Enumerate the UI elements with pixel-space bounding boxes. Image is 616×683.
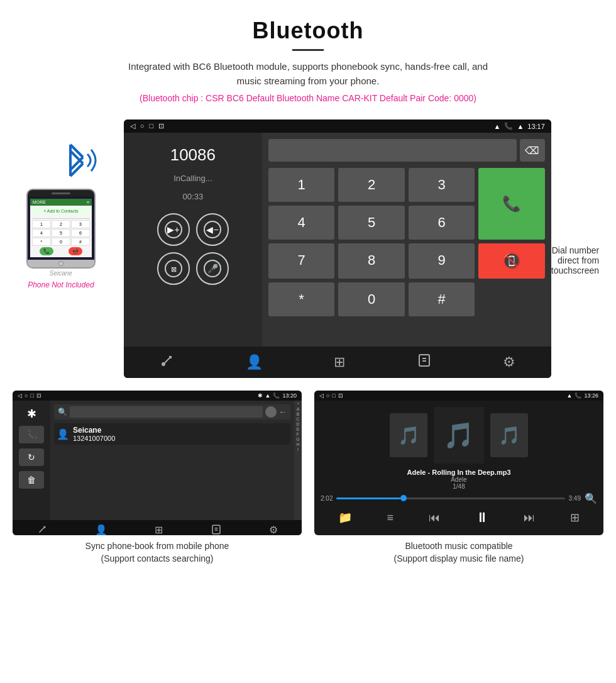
key-3[interactable]: 3 [409, 168, 475, 202]
svg-text:◀−: ◀− [206, 225, 218, 235]
volume-up-button[interactable]: ▶+ [157, 213, 190, 246]
key-5[interactable]: 5 [338, 206, 405, 240]
phone-action-row: 📞 📵 [32, 247, 90, 255]
pb-bluetooth-icon: ✱ [27, 407, 36, 421]
dialer-left: 10086 InCalling... 00:33 ▶+ ◀− [124, 133, 262, 347]
mute-button[interactable]: 🎤 [196, 252, 229, 285]
svg-line-0 [70, 145, 83, 157]
pb-content: ✱ 📞 ↻ 🗑 🔍 ← 👤 Seicane [13, 401, 302, 520]
equalizer-icon[interactable]: ⊞ [570, 511, 580, 525]
progress-bar [336, 497, 564, 499]
phone-screen-top [28, 190, 94, 196]
pb-contact-item: 👤 Seicane 13241007000 [54, 423, 290, 445]
contacts-icon[interactable]: 👤 [246, 354, 263, 370]
play-icon[interactable]: ⏸ [475, 509, 489, 526]
phone-menu-icon: ≡ [87, 200, 89, 204]
music-status-left: ◁ ○ □ ⊡ [319, 392, 343, 399]
music-location-icon: ▲ [567, 392, 573, 399]
back-icon: ◁ [130, 122, 135, 130]
call-controls: ▶+ ◀− ⊠ [157, 213, 229, 285]
pb-bt-icon: ✱ [258, 392, 263, 399]
call-transfer-icon[interactable] [160, 353, 175, 372]
pb-bottom-keypad-icon[interactable]: ⊞ [155, 524, 163, 535]
bluetooth-specs: (Bluetooth chip : CSR BC6 Default Blueto… [13, 93, 603, 103]
call-log-icon[interactable] [417, 353, 432, 372]
pb-delete-sidebar-button[interactable]: 🗑 [19, 471, 44, 489]
pb-back-arrow-icon: ← [279, 408, 287, 416]
pb-bottom-contacts-icon[interactable]: 👤 [95, 524, 107, 535]
phone-key-4: 4 [32, 229, 51, 237]
pb-download-icon: ⊡ [36, 392, 41, 399]
key-1[interactable]: 1 [268, 168, 335, 202]
phone-key-2: 2 [52, 220, 70, 228]
music-download-icon: ⊡ [338, 392, 343, 399]
phone-dialer: + Add to Contacts 1 2 3 4 5 6 * 0 # [30, 206, 92, 257]
bottom-panel-phonebook: ◁ ○ □ ⊡ ✱ ▲ 📞 13:20 ✱ 📞 ↻ 🗑 [13, 391, 302, 565]
top-section: MORE ≡ + Add to Contacts 1 2 3 4 5 6 * 0 [0, 119, 616, 384]
bluetooth-signal-icon [48, 155, 99, 189]
key-9[interactable]: 9 [409, 243, 475, 279]
music-back-icon: ◁ [319, 392, 324, 399]
pb-caption: Sync phone-book from mobile phone (Suppo… [13, 540, 302, 565]
svg-text:▶+: ▶+ [167, 225, 179, 235]
playlist-icon[interactable]: ≡ [387, 511, 394, 525]
pb-bottom-settings-icon[interactable]: ⚙ [269, 524, 278, 535]
phone-number-display [32, 216, 90, 219]
number-input-field[interactable] [268, 139, 517, 162]
page-description: Integrated with BC6 Bluetooth module, su… [119, 60, 497, 88]
music-call-icon: 📞 [575, 392, 581, 399]
pb-caption-line1: Sync phone-book from mobile phone [13, 540, 302, 553]
pb-bottom-call-icon[interactable] [36, 524, 48, 535]
end-call-button[interactable]: 📵 [478, 243, 545, 279]
pb-call-sidebar-button[interactable]: 📞 [19, 426, 44, 443]
music-screen: ◁ ○ □ ⊡ ▲ 📞 13:26 🎵 🎵 [314, 391, 603, 535]
next-icon[interactable]: ⏭ [524, 511, 535, 525]
pb-alpha-f: F [297, 432, 299, 436]
phone-key-5: 5 [52, 229, 70, 237]
key-star[interactable]: * [268, 282, 335, 316]
key-hash[interactable]: # [409, 282, 475, 316]
key-8[interactable]: 8 [338, 243, 405, 279]
phone-home-button [28, 260, 94, 267]
bottom-section: ◁ ○ □ ⊡ ✱ ▲ 📞 13:20 ✱ 📞 ↻ 🗑 [0, 384, 616, 577]
prev-icon[interactable]: ⏮ [429, 511, 440, 525]
key-0[interactable]: 0 [338, 282, 405, 316]
dialer-right: ⌫ 1 2 3 📞 4 5 6 7 8 9 📵 * 0 # [262, 133, 551, 347]
pb-home-icon: ○ [25, 392, 28, 399]
call-button[interactable]: 📞 [478, 168, 545, 240]
pb-sync-sidebar-button[interactable]: ↻ [19, 448, 44, 466]
phone-key-hash: # [71, 238, 90, 246]
call-status: InCalling... [173, 174, 212, 183]
keypad-icon[interactable]: ⊞ [334, 354, 345, 370]
backspace-button[interactable]: ⌫ [520, 139, 545, 162]
music-note-icon-right: 🎵 [498, 425, 520, 446]
status-left-icons: ◁ ○ □ ⊡ [130, 122, 164, 130]
key-7[interactable]: 7 [268, 243, 335, 279]
music-recent-icon: □ [332, 392, 335, 399]
music-content: 🎵 🎵 🎵 Adele - Rolling In the Deep.mp3 Ad… [314, 401, 603, 520]
key-6[interactable]: 6 [409, 206, 475, 240]
pb-search-input[interactable] [70, 406, 263, 418]
folder-icon[interactable]: 📁 [338, 511, 352, 525]
volume-down-button[interactable]: ◀− [196, 213, 229, 246]
key-2[interactable]: 2 [338, 168, 405, 202]
time-label: 13:17 [527, 123, 545, 130]
download-icon: ⊡ [158, 122, 164, 130]
pb-bottom-log-icon[interactable] [211, 524, 222, 535]
pb-caption-line2: (Support contacts searching) [13, 553, 302, 565]
pb-circle-icon [265, 406, 277, 418]
settings-icon[interactable]: ⚙ [503, 354, 515, 370]
page-header: Bluetooth Integrated with BC6 Bluetooth … [0, 0, 616, 119]
car-screen-top: ◁ ○ □ ⊡ ▲ 📞 ▲ 13:17 10086 InCalling... 0… [124, 119, 551, 378]
key-4[interactable]: 4 [268, 206, 335, 240]
phone-device: MORE ≡ + Add to Contacts 1 2 3 4 5 6 * 0 [26, 189, 96, 269]
pb-back-icon: ◁ [18, 392, 22, 399]
track-count: 1/48 [407, 483, 510, 490]
music-time: 13:26 [584, 392, 598, 399]
screen-bottom-bar: 👤 ⊞ ⚙ [124, 347, 551, 378]
pb-alpha-g: G [296, 437, 299, 441]
recent-icon: □ [150, 122, 154, 130]
music-search-icon[interactable]: 🔍 [585, 492, 597, 504]
phone-key-star: * [32, 238, 51, 246]
transfer-call-button[interactable]: ⊠ [157, 252, 190, 285]
